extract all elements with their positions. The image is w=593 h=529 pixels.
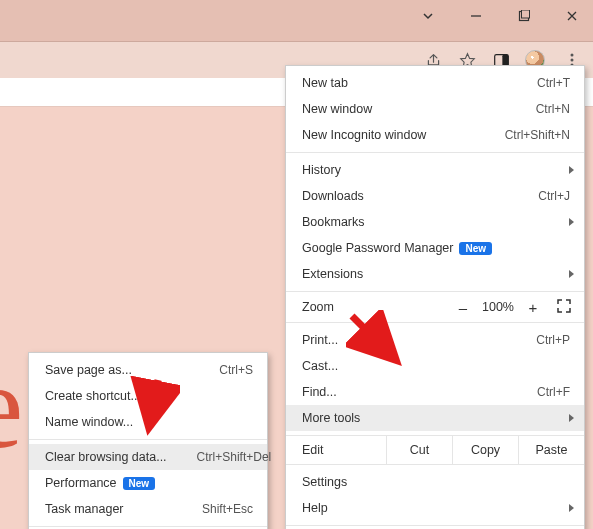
menu-settings[interactable]: Settings — [286, 469, 584, 495]
menu-cast[interactable]: Cast... — [286, 353, 584, 379]
menu-item-label: Help — [302, 501, 570, 515]
new-badge: New — [123, 477, 156, 490]
menu-item-shortcut: Ctrl+Shift+N — [485, 128, 570, 142]
submenu-clear-browsing-data[interactable]: Clear browsing data... Ctrl+Shift+Del — [29, 444, 267, 470]
menu-edit-row: Edit Cut Copy Paste — [286, 435, 584, 465]
submenu-save-page[interactable]: Save page as... Ctrl+S — [29, 357, 267, 383]
menu-item-label: More tools — [302, 411, 570, 425]
menu-find[interactable]: Find... Ctrl+F — [286, 379, 584, 405]
menu-item-shortcut: Ctrl+N — [516, 102, 570, 116]
menu-item-label: Bookmarks — [302, 215, 570, 229]
menu-item-shortcut: Ctrl+S — [199, 363, 253, 377]
menu-extensions[interactable]: Extensions — [286, 261, 584, 287]
menu-more-tools[interactable]: More tools — [286, 405, 584, 431]
menu-item-shortcut: Ctrl+F — [517, 385, 570, 399]
chevron-right-icon — [569, 270, 574, 278]
maximize-button[interactable] — [511, 3, 537, 29]
edit-label: Edit — [286, 443, 386, 457]
menu-item-label: New window — [302, 102, 506, 116]
menu-passwords[interactable]: Google Password ManagerNew — [286, 235, 584, 261]
menu-item-label: Save page as... — [45, 363, 189, 377]
submenu-create-shortcut[interactable]: Create shortcut... — [29, 383, 267, 409]
menu-new-window[interactable]: New window Ctrl+N — [286, 96, 584, 122]
svg-point-5 — [571, 54, 574, 57]
menu-item-label: Extensions — [302, 267, 570, 281]
menu-item-shortcut: Ctrl+Shift+Del — [177, 450, 272, 464]
minimize-button[interactable] — [463, 3, 489, 29]
menu-item-label: PerformanceNew — [45, 476, 253, 490]
menu-item-shortcut: Ctrl+T — [517, 76, 570, 90]
more-tools-submenu: Save page as... Ctrl+S Create shortcut..… — [28, 352, 268, 529]
menu-item-label: Settings — [302, 475, 570, 489]
fullscreen-icon[interactable] — [556, 298, 574, 316]
edit-copy-button[interactable]: Copy — [452, 436, 518, 464]
menu-item-label: New tab — [302, 76, 507, 90]
zoom-in-button[interactable]: + — [520, 299, 546, 316]
chevron-right-icon — [569, 218, 574, 226]
menu-item-label: Clear browsing data... — [45, 450, 167, 464]
menu-new-incognito[interactable]: New Incognito window Ctrl+Shift+N — [286, 122, 584, 148]
tab-dropdown-button[interactable] — [415, 3, 441, 29]
menu-item-label: Find... — [302, 385, 507, 399]
tab-strip — [0, 31, 593, 42]
menu-item-shortcut: Shift+Esc — [182, 502, 253, 516]
page-logo-letter: e — [0, 338, 23, 476]
menu-history[interactable]: History — [286, 157, 584, 183]
menu-item-shortcut: Ctrl+J — [518, 189, 570, 203]
svg-point-6 — [571, 59, 574, 62]
submenu-name-window[interactable]: Name window... — [29, 409, 267, 435]
new-badge: New — [459, 242, 492, 255]
menu-item-label: Cast... — [302, 359, 570, 373]
zoom-value: 100% — [476, 300, 520, 314]
menu-print[interactable]: Print... Ctrl+P — [286, 327, 584, 353]
menu-item-label: History — [302, 163, 570, 177]
menu-zoom-row: Zoom – 100% + — [286, 291, 584, 323]
menu-item-label: New Incognito window — [302, 128, 475, 142]
menu-item-label: Downloads — [302, 189, 508, 203]
menu-item-shortcut: Ctrl+P — [516, 333, 570, 347]
menu-item-label: Task manager — [45, 502, 172, 516]
zoom-out-button[interactable]: – — [450, 299, 476, 316]
menu-item-label: Print... — [302, 333, 506, 347]
menu-item-label: Google Password ManagerNew — [302, 241, 570, 255]
chrome-main-menu: New tab Ctrl+T New window Ctrl+N New Inc… — [285, 65, 585, 529]
chevron-right-icon — [569, 166, 574, 174]
svg-rect-2 — [522, 10, 530, 18]
edit-paste-button[interactable]: Paste — [518, 436, 584, 464]
window-titlebar — [0, 0, 593, 31]
chevron-right-icon — [569, 504, 574, 512]
chevron-right-icon — [569, 414, 574, 422]
menu-new-tab[interactable]: New tab Ctrl+T — [286, 70, 584, 96]
zoom-label: Zoom — [302, 300, 450, 314]
menu-bookmarks[interactable]: Bookmarks — [286, 209, 584, 235]
menu-help[interactable]: Help — [286, 495, 584, 521]
close-button[interactable] — [559, 3, 585, 29]
submenu-performance[interactable]: PerformanceNew — [29, 470, 267, 496]
menu-item-label: Name window... — [45, 415, 253, 429]
menu-item-label: Create shortcut... — [45, 389, 253, 403]
submenu-task-manager[interactable]: Task manager Shift+Esc — [29, 496, 267, 522]
edit-cut-button[interactable]: Cut — [386, 436, 452, 464]
menu-downloads[interactable]: Downloads Ctrl+J — [286, 183, 584, 209]
